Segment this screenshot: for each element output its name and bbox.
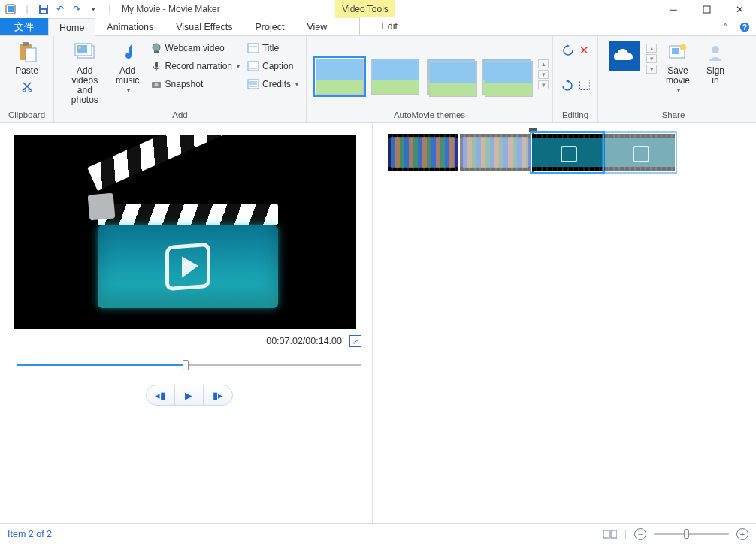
- music-note-icon: [116, 41, 140, 65]
- view-mode-icon[interactable]: [603, 529, 617, 539]
- cut-button[interactable]: [21, 80, 33, 92]
- preview-pane: 00:07.02/00:14.00 ⤢ ◂▮ ▶ ▮▸: [0, 123, 373, 523]
- credits-icon: [247, 78, 259, 90]
- chevron-down-icon: ▾: [237, 63, 240, 70]
- webcam-video-button[interactable]: Webcam video: [149, 39, 241, 57]
- group-editing: ✕ Editing: [553, 36, 598, 122]
- svg-rect-15: [77, 45, 87, 53]
- add-music-button[interactable]: Add music ▾: [110, 39, 146, 95]
- tab-visual-effects[interactable]: Visual Effects: [165, 18, 243, 35]
- add-music-label: Add music: [116, 66, 139, 86]
- group-label-clipboard: Clipboard: [6, 109, 47, 122]
- theme-thumbnail-3[interactable]: [427, 59, 475, 95]
- zoom-slider[interactable]: [654, 533, 729, 535]
- snapshot-button[interactable]: Snapshot: [149, 75, 241, 93]
- tab-home[interactable]: Home: [48, 18, 95, 36]
- svg-marker-31: [567, 44, 570, 47]
- clip-1[interactable]: [388, 134, 458, 171]
- record-narration-button[interactable]: Record narration▾: [149, 57, 241, 75]
- add-videos-photos-label: Add videos and photos: [65, 66, 105, 105]
- svg-rect-1: [8, 6, 14, 12]
- credits-button[interactable]: Credits▾: [246, 75, 300, 93]
- webcam-icon: [150, 42, 162, 54]
- sign-in-button[interactable]: Sign in: [697, 39, 733, 87]
- theme-thumbnail-2[interactable]: [371, 59, 419, 95]
- theme-thumbnail-1[interactable]: [316, 59, 364, 95]
- chevron-down-icon: ▾: [677, 87, 680, 94]
- tab-project[interactable]: Project: [243, 18, 295, 35]
- qat-customize-icon[interactable]: ▾: [86, 2, 101, 17]
- save-icon[interactable]: [36, 2, 51, 17]
- svg-marker-32: [566, 80, 569, 83]
- gallery-up-icon[interactable]: ▴: [646, 44, 657, 53]
- gallery-down-icon[interactable]: ▾: [538, 70, 549, 79]
- minimize-button[interactable]: ─: [657, 0, 690, 18]
- ribbon: Paste Clipboard Add videos and photos Ad…: [0, 36, 756, 123]
- tab-edit[interactable]: Edit: [359, 17, 419, 35]
- chevron-down-icon: ▾: [295, 81, 298, 88]
- clip-2-tail[interactable]: [604, 134, 675, 171]
- title-button[interactable]: Title: [246, 39, 300, 57]
- onedrive-button[interactable]: [604, 39, 645, 72]
- seek-slider[interactable]: [17, 358, 361, 371]
- theme-thumbnail-4[interactable]: [482, 59, 531, 95]
- zoom-in-button[interactable]: +: [736, 528, 748, 540]
- app-icon[interactable]: [3, 2, 18, 17]
- svg-point-17: [153, 44, 160, 51]
- svg-text:?: ?: [742, 23, 747, 32]
- save-movie-button[interactable]: Save movie▾: [658, 39, 697, 95]
- clip-1-tail[interactable]: [460, 134, 531, 171]
- storyboard[interactable]: [388, 134, 748, 174]
- svg-rect-4: [41, 10, 46, 13]
- gallery-down-icon[interactable]: ▾: [646, 54, 657, 63]
- maximize-button[interactable]: [690, 0, 723, 18]
- svg-rect-36: [672, 48, 679, 54]
- ribbon-collapse-icon[interactable]: ˄: [718, 20, 732, 34]
- svg-point-38: [712, 46, 719, 53]
- svg-rect-33: [579, 80, 589, 89]
- undo-icon[interactable]: ↶: [53, 2, 68, 17]
- tab-file[interactable]: 文件: [0, 18, 48, 35]
- gallery-up-icon[interactable]: ▴: [538, 59, 549, 68]
- gallery-more-icon[interactable]: ▾: [646, 65, 657, 74]
- status-item-count: Item 2 of 2: [8, 529, 52, 539]
- svg-point-16: [78, 46, 81, 49]
- group-label-add: Add: [60, 109, 300, 122]
- save-movie-label: Save movie: [666, 66, 690, 86]
- svg-rect-40: [611, 530, 617, 538]
- seek-thumb[interactable]: [183, 360, 189, 370]
- help-icon[interactable]: ?: [738, 20, 751, 34]
- context-tab-header: Video Tools: [335, 0, 395, 18]
- qat-separator: |: [20, 2, 35, 17]
- gallery-more-icon[interactable]: ▾: [538, 80, 549, 89]
- svg-rect-25: [248, 62, 259, 71]
- next-frame-button[interactable]: ▮▸: [204, 385, 232, 405]
- prev-frame-button[interactable]: ◂▮: [147, 385, 175, 405]
- sign-in-label: Sign in: [706, 66, 724, 86]
- delete-icon[interactable]: ✕: [579, 44, 589, 57]
- caption-button[interactable]: Caption: [246, 57, 300, 75]
- play-button[interactable]: ▶: [175, 385, 204, 405]
- ribbon-tabs: 文件 Home Animations Visual Effects Projec…: [0, 18, 756, 36]
- close-button[interactable]: ✕: [723, 0, 756, 18]
- zoom-thumb[interactable]: [684, 529, 689, 539]
- fullscreen-icon[interactable]: ⤢: [349, 335, 361, 347]
- timeline-pane: [373, 123, 756, 523]
- tab-view[interactable]: View: [295, 18, 338, 35]
- redo-icon[interactable]: ↷: [69, 2, 84, 17]
- rotate-right-icon[interactable]: [561, 79, 574, 92]
- paste-label: Paste: [15, 66, 38, 76]
- title-icon: [247, 42, 259, 54]
- playback-controls: ◂▮ ▶ ▮▸: [146, 385, 233, 406]
- chevron-down-icon: ▾: [127, 87, 130, 94]
- add-videos-photos-button[interactable]: Add videos and photos: [60, 39, 110, 107]
- paste-button[interactable]: Paste: [9, 39, 45, 77]
- save-movie-icon: [666, 41, 690, 65]
- tab-animations[interactable]: Animations: [95, 18, 165, 35]
- zoom-out-button[interactable]: −: [634, 528, 646, 540]
- rotate-left-icon[interactable]: [561, 44, 575, 57]
- clip-2[interactable]: [532, 134, 603, 171]
- microphone-icon: [150, 60, 162, 72]
- select-all-icon[interactable]: [579, 79, 591, 91]
- group-add: Add videos and photos Add music ▾ Webcam…: [54, 36, 307, 122]
